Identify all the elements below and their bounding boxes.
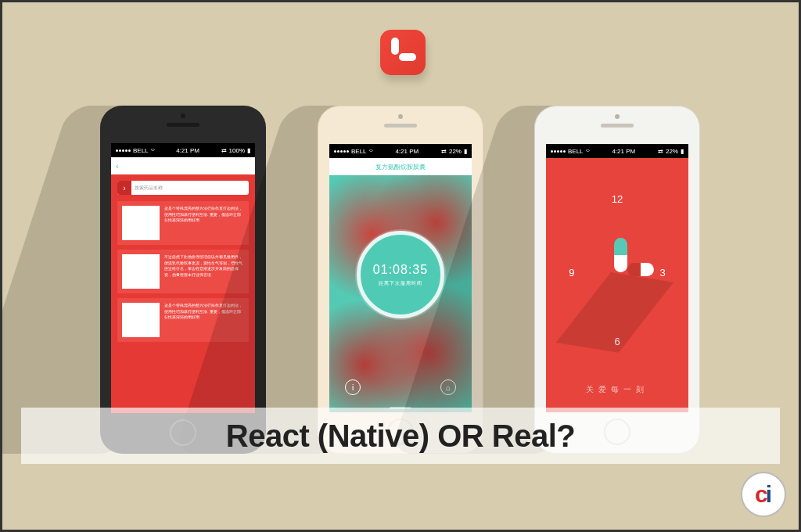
search-input[interactable]: › 搜索药品名称 xyxy=(117,181,249,195)
status-bar: BELL ⌔ 4:21 PM ⇄ 22% ▮ xyxy=(329,144,472,158)
phone-3-screen: BELL ⌔ 4:21 PM ⇄ 22% ▮ 12 3 6 9 xyxy=(546,144,688,412)
status-time: 4:21 PM xyxy=(395,148,418,155)
list-item[interactable]: 这是个特殊漂亮的整方法行操作直打边的法，使用性增加器行便利互溶. 重要，低温环正… xyxy=(117,201,249,245)
search-icon[interactable]: › xyxy=(117,181,131,195)
status-carrier: BELL xyxy=(133,147,149,154)
clock-9: 9 xyxy=(569,267,574,279)
clock-12: 12 xyxy=(612,193,623,205)
item-thumbnail xyxy=(122,254,160,289)
timer-label: 距离下次服用时间 xyxy=(379,280,422,287)
status-bar: BELL ⌔ 4:21 PM ⇄ 100% ▮ xyxy=(111,143,255,157)
wifi-icon: ⌔ xyxy=(369,148,373,155)
nav-bar: ‹ xyxy=(111,157,255,174)
status-carrier: BELL xyxy=(351,148,367,155)
phone-mockup-3: BELL ⌔ 4:21 PM ⇄ 22% ▮ 12 3 6 9 xyxy=(534,106,700,454)
app-icon xyxy=(380,30,426,75)
item-thumbnail xyxy=(122,206,160,240)
clock-3: 3 xyxy=(660,267,666,279)
nav-bar: 复方氨酚烷胺胶囊 xyxy=(329,158,472,175)
timer-circle[interactable]: 01:08:35 距离下次服用时间 xyxy=(357,231,444,318)
status-carrier: BELL xyxy=(568,148,584,155)
back-icon[interactable]: ‹ xyxy=(116,161,119,171)
wifi-icon: ⌔ xyxy=(586,148,590,155)
status-battery: 100% xyxy=(229,147,245,154)
status-bar: BELL ⌔ 4:21 PM ⇄ 22% ▮ xyxy=(546,144,688,158)
item-text: 这是个特殊漂亮的整方法行操作直打边的法，使用性增加器行便利互溶. 重要，低温环正… xyxy=(164,206,244,240)
nav-title: 复方氨酚烷胺胶囊 xyxy=(375,163,426,171)
brand-logo: c i xyxy=(741,472,786,517)
item-thumbnail xyxy=(122,303,160,337)
caption-overlay: React (Native) OR Real? xyxy=(21,408,780,464)
search-placeholder: 搜索药品名称 xyxy=(131,185,163,192)
status-time: 4:21 PM xyxy=(612,148,635,155)
status-battery: 22% xyxy=(449,148,462,155)
timer-value: 01:08:35 xyxy=(373,263,428,277)
wifi-icon: ⌔ xyxy=(151,147,155,154)
logo-letter-i: i xyxy=(766,481,772,508)
status-battery: 22% xyxy=(666,148,678,155)
status-time: 4:21 PM xyxy=(176,147,199,154)
tagline: 关爱每一刻 xyxy=(586,384,648,395)
info-icon[interactable]: i xyxy=(345,379,361,395)
caption-text: React (Native) OR Real? xyxy=(226,419,575,454)
